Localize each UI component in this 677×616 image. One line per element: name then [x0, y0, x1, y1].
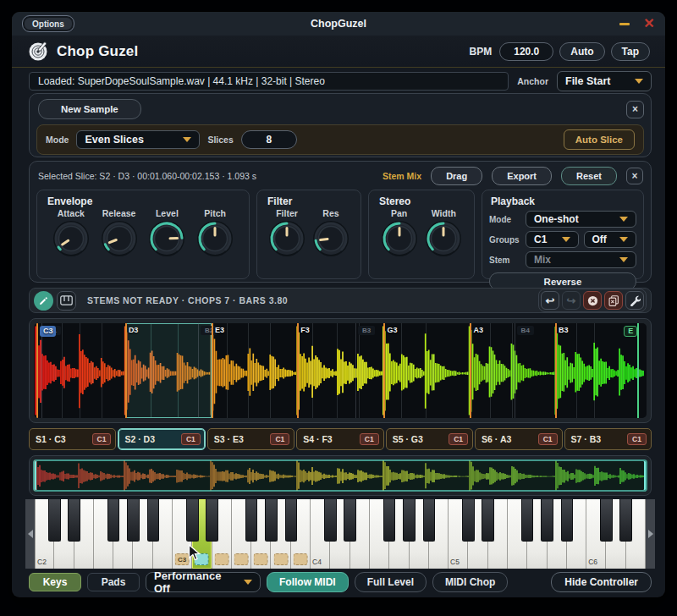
slice-button[interactable]: S7 · B3C1 — [564, 428, 652, 450]
chop-marker-line[interactable] — [125, 323, 127, 418]
piano-key-D#6[interactable] — [619, 499, 631, 542]
piano-key-D#5[interactable] — [482, 499, 493, 542]
piano-key-A#3[interactable] — [285, 499, 297, 542]
vinyl-knife-logo-icon — [27, 41, 49, 63]
bar-marker-line — [355, 323, 356, 418]
export-button[interactable]: Export — [492, 167, 552, 185]
drag-button[interactable]: Drag — [431, 167, 482, 185]
redo-icon[interactable]: ↪ — [562, 291, 581, 310]
piano-key-F#3[interactable] — [245, 499, 257, 542]
chevron-down-icon — [562, 237, 570, 242]
piano-key-G#2[interactable] — [127, 499, 139, 542]
piano-key-D#2[interactable] — [68, 499, 80, 542]
waveform-display[interactable]: B1B2B3B4C3D3E3F3G3A3B3E — [34, 323, 647, 418]
close-editor-button[interactable]: × — [626, 168, 643, 184]
piano-key-G#4[interactable] — [403, 499, 415, 542]
chop-marker-line[interactable] — [383, 323, 385, 418]
knob-pitch[interactable]: Pitch — [195, 208, 234, 258]
playback-mode-dropdown[interactable]: One-shot — [526, 211, 636, 228]
pads-toggle-button[interactable]: Pads — [87, 573, 140, 591]
group-off-dropdown[interactable]: Off — [584, 231, 637, 248]
keyboard-scroll-left[interactable] — [25, 499, 35, 569]
keys-toggle-button[interactable]: Keys — [29, 573, 81, 591]
piano-key-F#4[interactable] — [383, 499, 395, 542]
piano-key-A#4[interactable] — [423, 499, 435, 542]
chop-label: G3 — [387, 326, 397, 334]
anchor-label: Anchor — [517, 76, 548, 86]
piano-key-G#5[interactable] — [541, 499, 553, 542]
piano-key-D#4[interactable] — [344, 499, 355, 542]
chop-marker-line[interactable] — [297, 323, 299, 418]
knob-dial — [311, 219, 350, 258]
chop-marker-line[interactable] — [470, 323, 471, 418]
end-marker-line[interactable] — [637, 323, 639, 418]
pencil-edit-icon[interactable] — [34, 291, 53, 311]
tap-button[interactable]: Tap — [611, 42, 650, 61]
knob-filter[interactable]: Filter — [267, 208, 306, 258]
knob-release[interactable]: Release — [100, 208, 139, 258]
follow-midi-button[interactable]: Follow MIDI — [267, 572, 349, 592]
wrench-settings-icon[interactable] — [625, 291, 644, 310]
hide-controller-button[interactable]: Hide Controller — [551, 572, 652, 592]
piano-key-G#3[interactable] — [265, 499, 277, 542]
piano-key-A#2[interactable] — [147, 499, 159, 542]
chop-marker-line[interactable] — [212, 323, 213, 418]
group-dropdown[interactable]: C1 — [526, 231, 579, 248]
piano-key-D#3[interactable] — [206, 499, 217, 542]
delete-all-slices-icon[interactable] — [604, 291, 623, 310]
slice-button[interactable]: S3 · E3C1 — [207, 428, 294, 450]
midi-chop-button[interactable]: MIDI Chop — [432, 572, 508, 592]
delete-slice-icon[interactable] — [583, 291, 602, 310]
slice-button[interactable]: S2 · D3C1 — [118, 428, 205, 450]
keyboard-scroll-right[interactable] — [646, 499, 655, 569]
piano-view-icon[interactable] — [57, 291, 76, 311]
slice-button[interactable]: S1 · C3C1 — [29, 428, 116, 450]
overview-view-region[interactable] — [33, 459, 647, 492]
mouse-cursor — [188, 544, 201, 563]
minimize-icon[interactable] — [619, 23, 630, 25]
piano-key-C#2[interactable] — [48, 499, 60, 542]
chop-marker-line[interactable] — [555, 323, 557, 418]
piano-key-C#4[interactable] — [324, 499, 336, 542]
knob-pan[interactable]: Pan — [380, 208, 419, 258]
slice-button[interactable]: S6 · A3C1 — [475, 428, 562, 450]
piano-key-F#2[interactable] — [107, 499, 119, 542]
undo-icon[interactable]: ↩ — [541, 291, 559, 310]
bpm-value-field[interactable]: 120.0 — [499, 42, 553, 61]
selected-slice-info: Selected Slice: S2 · D3 · 00:01.060-00:0… — [38, 171, 373, 181]
piano-key-C#5[interactable] — [462, 499, 474, 542]
anchor-dropdown[interactable]: File Start — [557, 71, 652, 91]
bpm-label: BPM — [470, 46, 493, 58]
knob-level[interactable]: Level — [147, 208, 186, 258]
knob-width[interactable]: Width — [424, 208, 463, 258]
auto-slice-button[interactable]: Auto Slice — [564, 129, 635, 150]
bottom-bar: Keys Pads Performance Off Follow MIDI Fu… — [29, 572, 652, 592]
filter-panel: Filter Filter Res — [256, 190, 361, 279]
octave-label: C5 — [450, 558, 460, 566]
performance-dropdown[interactable]: Performance Off — [146, 572, 261, 592]
chop-label: B3 — [559, 326, 569, 334]
knob-res[interactable]: Res — [311, 208, 350, 258]
piano-key-C#6[interactable] — [600, 499, 612, 542]
piano-key-F#5[interactable] — [521, 499, 533, 542]
stem-mix-label: Stem Mix — [383, 171, 421, 181]
overview-waveform[interactable] — [33, 459, 647, 492]
close-panel-button[interactable]: × — [626, 101, 644, 118]
bar-marker-label: B3 — [358, 326, 375, 335]
stem-dropdown[interactable]: Mix — [526, 251, 636, 268]
slices-count-field[interactable]: 8 — [241, 130, 297, 149]
slice-mode-dropdown[interactable]: Even Slices — [76, 130, 200, 149]
new-sample-button[interactable]: New Sample — [38, 99, 141, 119]
plugin-window: Options ChopGuzel ✕ Chop Guzel BPM 120.0… — [12, 12, 665, 597]
auto-button[interactable]: Auto — [559, 42, 604, 61]
full-level-button[interactable]: Full Level — [355, 572, 427, 592]
reset-button[interactable]: Reset — [561, 167, 617, 185]
bar-marker-line — [41, 323, 42, 418]
slice-button[interactable]: S5 · G3C1 — [386, 428, 473, 450]
piano-key-C#3[interactable] — [186, 499, 198, 542]
chop-marker-line[interactable] — [36, 323, 38, 418]
close-icon[interactable]: ✕ — [641, 14, 657, 31]
piano-key-A#5[interactable] — [561, 499, 573, 542]
knob-attack[interactable]: Attack — [52, 208, 91, 258]
slice-button[interactable]: S4 · F3C1 — [296, 428, 383, 450]
